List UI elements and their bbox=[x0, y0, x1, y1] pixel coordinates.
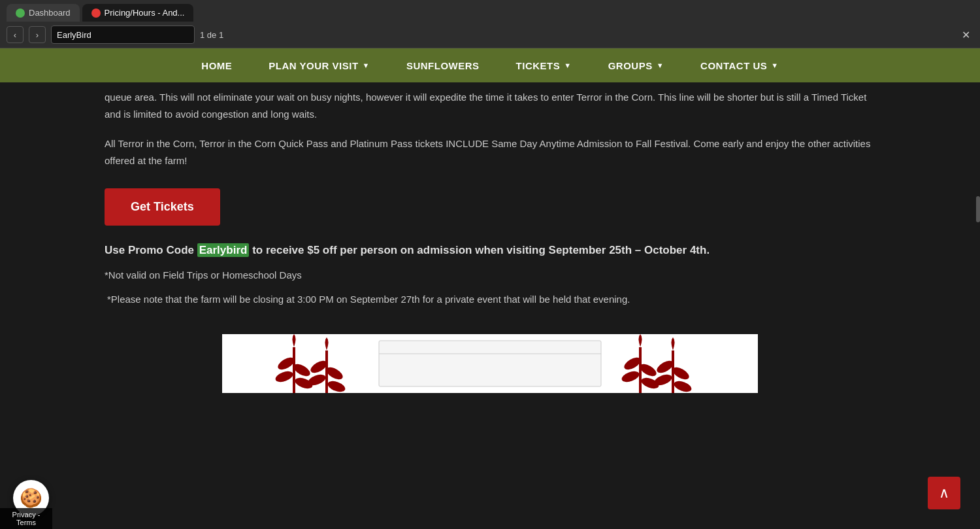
nav-plan-label: PLAN YOUR VISIT bbox=[269, 60, 358, 71]
nav-sunflowers-label: SUNFLOWERS bbox=[406, 60, 480, 71]
paragraph1: queue area. This will not eliminate your… bbox=[105, 89, 875, 122]
promo-text-after: to receive $5 off per person on admissio… bbox=[249, 244, 710, 256]
address-bar-row: ‹ › 1 de 1 ✕ bbox=[0, 22, 980, 48]
pricing-favicon bbox=[91, 9, 101, 18]
svg-point-9 bbox=[326, 379, 346, 392]
footer-svg bbox=[222, 334, 758, 393]
svg-point-3 bbox=[274, 369, 294, 384]
plan-dropdown-arrow: ▼ bbox=[363, 61, 370, 69]
nav-next-button[interactable]: › bbox=[29, 26, 46, 43]
tab-pricing[interactable]: Pricing/Hours - And... bbox=[82, 4, 194, 22]
contact-dropdown-arrow: ▼ bbox=[771, 61, 778, 69]
nav-item-contact-us[interactable]: CONTACT US ▼ bbox=[682, 48, 797, 82]
nav-item-sunflowers[interactable]: SUNFLOWERS bbox=[388, 48, 498, 82]
groups-dropdown-arrow: ▼ bbox=[657, 61, 664, 69]
svg-point-15 bbox=[620, 369, 640, 384]
search-input[interactable] bbox=[51, 26, 195, 44]
tab-pricing-label: Pricing/Hours - And... bbox=[105, 8, 185, 18]
nav-groups-label: GROUPS bbox=[608, 60, 653, 71]
note2: *Please note that the farm will be closi… bbox=[105, 291, 875, 308]
nav-tickets-label: TICKETS bbox=[516, 60, 561, 71]
tickets-dropdown-arrow: ▼ bbox=[564, 61, 571, 69]
nav-prev-button[interactable]: ‹ bbox=[7, 26, 24, 43]
scroll-indicator bbox=[976, 196, 980, 222]
nav-home-label: HOME bbox=[201, 60, 232, 71]
back-to-top-button[interactable]: ∧ bbox=[928, 477, 960, 509]
text-block: queue area. This will not eliminate your… bbox=[105, 82, 875, 169]
close-search-button[interactable]: ✕ bbox=[958, 27, 973, 43]
nav-item-groups[interactable]: GROUPS ▼ bbox=[590, 48, 682, 82]
cookie-icon: 🍪 bbox=[20, 487, 42, 509]
browser-chrome: Dashboard Pricing/Hours - And... ‹ › 1 d… bbox=[0, 0, 980, 48]
main-content: queue area. This will not eliminate your… bbox=[0, 82, 980, 419]
dashboard-favicon bbox=[16, 9, 25, 18]
paragraph2: All Terror in the Corn, Terror in the Co… bbox=[105, 135, 875, 169]
svg-point-21 bbox=[672, 379, 693, 392]
nav-contact-label: CONTACT US bbox=[700, 60, 767, 71]
tab-dashboard-label: Dashboard bbox=[29, 8, 71, 18]
cookie-text: Privacy - Terms bbox=[0, 508, 52, 529]
tab-dashboard[interactable]: Dashboard bbox=[7, 4, 80, 22]
nav-item-tickets[interactable]: TICKETS ▼ bbox=[498, 48, 590, 82]
note1: *Not valid on Field Trips or Homeschool … bbox=[105, 269, 875, 281]
nav-bar: HOME PLAN YOUR VISIT ▼ SUNFLOWERS TICKET… bbox=[0, 48, 980, 82]
nav-item-plan-your-visit[interactable]: PLAN YOUR VISIT ▼ bbox=[250, 48, 388, 82]
nav-item-home[interactable]: HOME bbox=[183, 48, 250, 82]
promo-block: Use Promo Code Earlybird to receive $5 o… bbox=[105, 241, 875, 259]
page-count: 1 de 1 bbox=[200, 30, 223, 40]
footer-image bbox=[222, 334, 758, 393]
footer-image-wrapper bbox=[105, 334, 875, 393]
promo-text-before: Use Promo Code bbox=[105, 244, 197, 256]
promo-code-highlight: Earlybird bbox=[197, 243, 250, 257]
tab-bar: Dashboard Pricing/Hours - And... bbox=[0, 0, 980, 22]
get-tickets-button[interactable]: Get Tickets bbox=[105, 188, 220, 226]
svg-rect-10 bbox=[379, 341, 601, 386]
